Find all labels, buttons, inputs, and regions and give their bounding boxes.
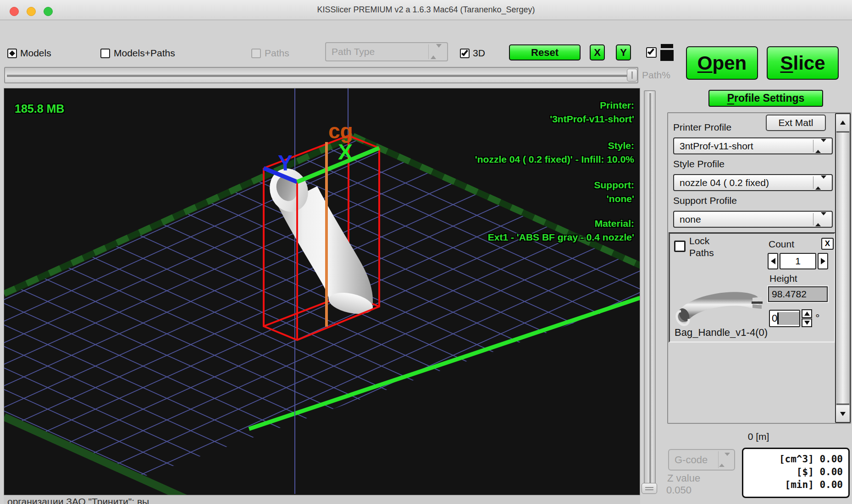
hud-style-value: 'nozzle 04 ( 0.2 fixed)' - Infill: 10.0% [475,153,634,166]
style-profile-label: Style Profile [673,159,725,170]
z-slider-thumb[interactable] [642,483,657,494]
window-title: KISSlicer PREMIUM v2 a 1.6.3 Mac64 (Tara… [0,5,852,15]
radio-dot-icon [9,50,15,56]
count-increment-button[interactable] [818,253,828,269]
ext-matl-button[interactable]: Ext Matl [766,115,826,131]
rotation-up-button[interactable] [802,309,812,318]
support-profile-label: Support Profile [673,195,737,206]
chevron-up-down-icon [815,179,826,187]
scroll-down-button[interactable] [836,405,850,422]
support-profile-dropdown[interactable]: none [673,211,833,228]
reset-button[interactable]: Reset [509,44,581,60]
height-label: Height [769,273,797,284]
slider-thumb[interactable] [627,69,637,82]
hud-material-value: Ext1 - 'ABS BF gray - 0.4 nozzle' [475,230,634,244]
printer-profile-label: Printer Profile [673,122,731,133]
style-profile-value: nozzle 04 ( 0.2 fixed) [680,177,769,188]
hud-material-label: Material: [475,217,634,230]
hud-printer-label: Printer: [475,99,634,112]
models-paths-checkbox[interactable] [100,49,110,58]
scrollbar-thumb[interactable] [836,131,849,405]
hud-printer-value: '3ntProf-v11-short' [475,112,634,126]
z-value: 0.050 [666,484,692,496]
3d-label: 3D [473,48,485,59]
y-view-button[interactable]: Y [616,44,631,60]
support-profile-value: none [680,214,701,225]
cost-estimate: [$] 0.00 [743,466,843,478]
path-percent-slider[interactable] [4,67,638,83]
memory-readout: 185.8 MB [15,102,64,115]
left-arrow-icon [771,258,775,264]
volume-estimate: [cm^3] 0.00 [743,453,843,466]
time-estimate: [min] 0.00 [743,478,843,491]
models-paths-label: Models+Paths [114,48,175,59]
printer-profile-dropdown[interactable]: 3ntProf-v11-short [673,137,833,154]
down-arrow-icon [840,412,846,416]
check-icon [647,48,654,55]
3d-viewport[interactable]: cg X Y 185.8 MB Printer: '3ntProf-v11-sh… [4,88,640,495]
hud-support-label: Support: [475,178,634,192]
path-type-dropdown[interactable]: Path Type [325,42,448,61]
models-radio[interactable] [7,49,17,58]
open-button[interactable]: Open [686,46,758,80]
paths-checkbox[interactable] [251,49,261,58]
lock-paths-label-2: Paths [689,247,714,258]
chevron-up-down-icon [431,48,442,56]
check-icon [461,49,468,56]
slice-button[interactable]: Slice [767,46,839,80]
down-arrow-icon [804,321,810,325]
profile-settings-button[interactable]: Profile Settings [708,90,823,107]
right-arrow-icon [821,258,825,264]
style-profile-dropdown[interactable]: nozzle 04 ( 0.2 fixed) [673,174,833,191]
rotation-down-button[interactable] [802,318,812,327]
estimate-box: [cm^3] 0.00 [$] 0.00 [min] 0.00 [742,448,850,498]
hud-style-label: Style: [475,139,634,153]
chevron-up-down-icon [719,456,730,464]
status-text: организации ЗАО "Тринити": вы [7,496,149,504]
3d-checkbox[interactable] [460,49,470,58]
panel-scrollbar[interactable] [835,113,851,423]
show-bed-checkbox[interactable] [646,47,657,58]
bed-icon [660,44,674,62]
chevron-up-down-icon [815,215,826,224]
scroll-up-button[interactable] [836,114,850,131]
gcode-dropdown[interactable]: G-code [668,449,735,471]
rotation-spinner [802,309,812,327]
status-bar: организации ЗАО "Тринити": вы [4,495,640,504]
title-bar: KISSlicer PREMIUM v2 a 1.6.3 Mac64 (Tara… [0,0,852,20]
path-percent-label: Path% [642,70,670,81]
count-decrement-button[interactable] [768,253,778,269]
count-field[interactable]: 1 [780,253,816,269]
path-type-value: Path Type [332,46,375,57]
chevron-up-down-icon [815,142,826,150]
filament-length-label: 0 [m] [667,431,850,442]
delete-model-button[interactable]: X [821,238,834,250]
x-axis-label: X [338,140,353,164]
model-name: Bag_Handle_v1-4(0) [675,327,768,339]
z-value-label: Z value [667,472,700,484]
printer-profile-value: 3ntProf-v11-short [680,141,753,152]
paths-label: Paths [265,48,289,59]
model-card: Lock Paths Count X 1 Height 98.4782 0 ° … [669,232,835,343]
hud-info: Printer: '3ntProf-v11-short' Style: 'noz… [475,99,634,244]
z-slider[interactable] [644,90,656,492]
model-thumbnail [672,287,763,328]
lock-paths-label-1: Lock [689,236,709,247]
count-label: Count [769,239,794,250]
gcode-value: G-code [675,454,708,466]
lock-paths-checkbox[interactable] [674,241,686,252]
y-axis-label: Y [278,151,293,175]
rotation-value: 0 [772,312,777,324]
hud-support-value: 'none' [475,192,634,206]
degree-label: ° [815,312,820,324]
up-arrow-icon [840,121,846,125]
up-arrow-icon [804,312,810,316]
rotation-field[interactable]: 0 [769,310,800,327]
x-view-button[interactable]: X [590,44,605,60]
models-label: Models [20,48,51,59]
height-field[interactable]: 98.4782 [768,286,828,302]
